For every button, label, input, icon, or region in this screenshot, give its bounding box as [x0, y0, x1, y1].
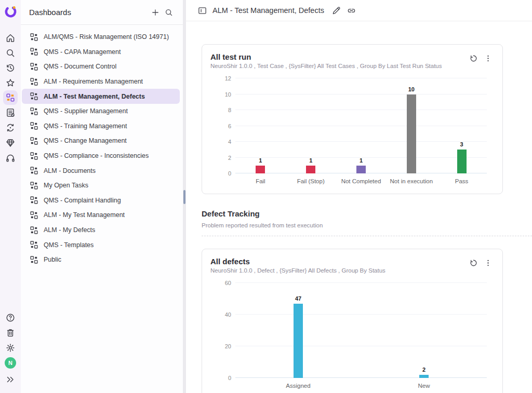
sidebar-item[interactable]: ALM - Documents — [22, 163, 180, 178]
x-axis-label: Not Completed — [341, 178, 381, 184]
sidebar-item-label: Public — [44, 256, 61, 263]
y-axis-tick: 12 — [215, 75, 231, 82]
y-axis-tick: 8 — [215, 107, 231, 113]
widget-all-defects: All defects NeuroShir 1.0.0 , Defect , {… — [202, 249, 503, 393]
sidebar-item[interactable]: QMS - Templates — [22, 237, 180, 252]
logo-dot — [12, 6, 15, 9]
gridline — [235, 377, 487, 378]
dashboard-grid-icon — [30, 256, 38, 264]
section-divider — [202, 236, 532, 236]
collapse-panel-icon[interactable] — [197, 6, 207, 16]
dashboard-grid-icon — [30, 196, 38, 204]
sidebar-item[interactable]: ALM - Requirements Management — [22, 74, 180, 89]
dashboard-content: All test run NeuroShir 1.0.0 , Test Case… — [186, 21, 532, 393]
bar-fail[interactable] — [256, 166, 265, 173]
y-axis-tick: 10 — [215, 91, 231, 98]
main-area: ALM - Test Management, Defects All test … — [186, 0, 532, 393]
widget-title: All test run — [210, 52, 465, 62]
y-axis-tick: 60 — [215, 280, 231, 286]
bar-not-in-execution[interactable] — [407, 94, 416, 174]
bar-fail-stop-[interactable] — [306, 166, 315, 173]
sidebar-item[interactable]: QMS - Change Management — [22, 133, 180, 148]
dashboards-icon[interactable] — [3, 90, 18, 105]
refresh-icon[interactable] — [467, 256, 480, 269]
sidebar-scrollbar[interactable] — [183, 190, 185, 204]
dashboard-grid-icon — [30, 167, 38, 174]
bar-new[interactable] — [419, 375, 429, 378]
y-axis-tick: 6 — [215, 123, 231, 129]
avatar[interactable]: N — [5, 357, 16, 369]
refresh-icon[interactable] — [467, 52, 480, 64]
bar-value-label: 1 — [309, 157, 312, 164]
sidebar-item[interactable]: QMS - Document Control — [22, 59, 180, 74]
bar-value-label: 10 — [408, 86, 415, 92]
reports-icon[interactable] — [2, 105, 19, 120]
sidebar-item[interactable]: QMS - Complaint Handling — [22, 193, 180, 208]
gridline — [235, 94, 487, 94]
more-options-icon[interactable] — [482, 52, 494, 64]
page-title: ALM - Test Management, Defects — [212, 6, 324, 15]
sidebar-item-label: QMS - Training Management — [44, 123, 127, 130]
bar-assigned[interactable] — [294, 304, 303, 378]
settings-icon[interactable] — [2, 340, 19, 355]
search-dashboards-icon[interactable] — [162, 6, 176, 19]
widget-title: All defects — [210, 256, 465, 266]
section-subtitle: Problem reported resulted from test exec… — [202, 222, 532, 228]
widget-subtitle: NeuroShir 1.0.0 , Defect , {SysFilter} A… — [210, 267, 465, 274]
bar-value-label: 1 — [259, 157, 262, 164]
y-axis-tick: 0 — [215, 170, 231, 177]
x-axis-label: Pass — [455, 178, 469, 184]
add-dashboard-icon[interactable] — [149, 6, 162, 19]
sidebar-item[interactable]: ALM - Test Management, Defects — [22, 89, 180, 104]
dashboard-grid-icon — [30, 226, 38, 234]
sidebar-item[interactable]: ALM - My Test Management — [22, 208, 180, 223]
bar-value-label: 2 — [422, 367, 425, 373]
dashboards-sidebar: Dashboards ALM/QMS - Risk Management (IS… — [21, 0, 183, 393]
x-axis-label: Not in execution — [390, 178, 433, 184]
expand-icon[interactable] — [2, 372, 19, 387]
main-header: ALM - Test Management, Defects — [186, 0, 532, 21]
widget-subtitle: NeuroShir 1.0.0 , Test Case , {SysFilter… — [210, 63, 465, 69]
trash-icon[interactable] — [2, 325, 19, 340]
app-window: N Dashboards ALM/QMS - Risk Management (… — [0, 0, 532, 393]
sidebar-item[interactable]: ALM/QMS - Risk Management (ISO 14971) — [22, 30, 180, 45]
sidebar-item[interactable]: Public — [22, 252, 180, 267]
history-icon[interactable] — [2, 60, 19, 75]
sidebar-item[interactable]: QMS - CAPA Management — [22, 45, 180, 60]
sidebar-item-label: My Open Tasks — [44, 182, 88, 189]
y-axis-tick: 0 — [215, 375, 231, 381]
home-icon[interactable] — [2, 30, 19, 45]
support-icon[interactable] — [2, 150, 19, 165]
sidebar-item-label: ALM - My Defects — [44, 226, 95, 234]
sync-icon[interactable] — [2, 120, 19, 135]
diamond-icon[interactable] — [2, 135, 19, 150]
sidebar-item-label: QMS - Templates — [44, 241, 94, 249]
bar-pass[interactable] — [457, 150, 467, 173]
edit-icon[interactable] — [331, 6, 341, 16]
more-options-icon[interactable] — [482, 256, 494, 269]
favorites-icon[interactable] — [2, 75, 19, 90]
sidebar-item[interactable]: QMS - Supplier Management — [22, 104, 180, 119]
bar-value-label: 3 — [460, 141, 463, 147]
sidebar-item[interactable]: ALM - My Defects — [22, 223, 180, 238]
search-icon[interactable] — [2, 45, 19, 60]
sidebar-item-label: QMS - CAPA Management — [44, 48, 121, 56]
section-defect-tracking: Defect Tracking Problem reported resulte… — [202, 209, 532, 236]
help-icon[interactable] — [2, 310, 19, 325]
sidebar-item[interactable]: QMS - Training Management — [22, 119, 180, 134]
gridline — [235, 314, 487, 315]
sidebar-item[interactable]: QMS - Compliance - Inconsistencies — [22, 148, 180, 164]
brand-logo[interactable] — [4, 5, 18, 19]
gridline — [235, 282, 487, 283]
sidebar-item-label: ALM - Requirements Management — [44, 78, 143, 85]
sidebar-item-label: ALM - Test Management, Defects — [44, 93, 145, 100]
dashboard-grid-icon — [30, 107, 38, 115]
x-axis-label: Assigned — [286, 383, 310, 389]
bar-not-completed[interactable] — [356, 166, 366, 173]
sidebar-item-label: QMS - Document Control — [44, 63, 116, 70]
sidebar-item[interactable]: My Open Tasks — [22, 178, 180, 193]
link-icon[interactable] — [347, 6, 356, 16]
gridline — [235, 346, 487, 346]
dashboard-grid-icon — [30, 241, 38, 249]
gridline — [235, 110, 487, 110]
